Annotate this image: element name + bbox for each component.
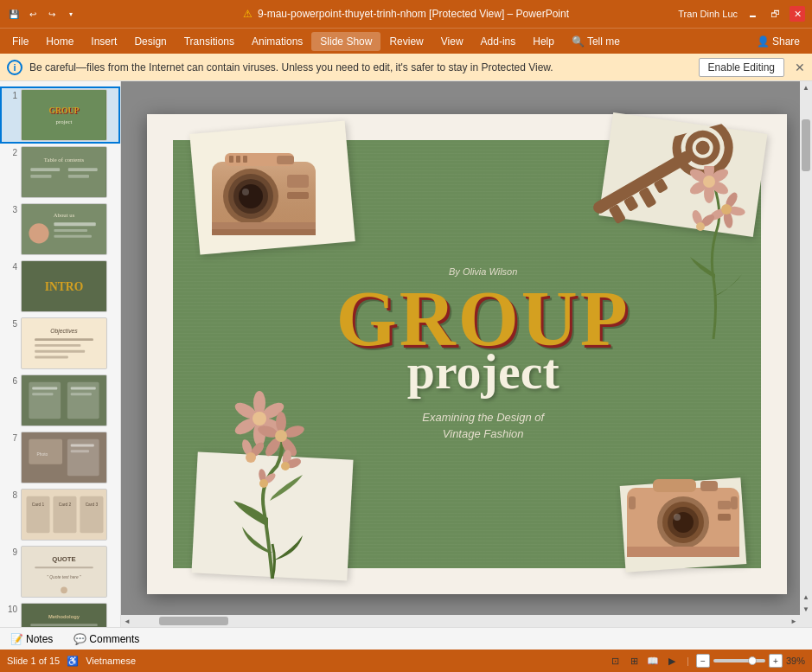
svg-point-107 [703,176,715,188]
slide-thumbnail-9[interactable]: 9 QUOTE " Quote text here " [0,543,120,600]
restore-button[interactable]: 🗗 [767,6,783,22]
slide-thumbnail-10[interactable]: 10 Methodology [0,600,120,627]
slide-thumbnail-3[interactable]: 3 About us [0,201,120,258]
scroll-thumb-v[interactable] [802,119,810,171]
svg-rect-20 [35,344,80,347]
menu-insert[interactable]: Insert [82,32,125,51]
menu-tellme[interactable]: 🔍 Tell me [563,32,629,51]
svg-rect-8 [68,175,89,178]
save-icon[interactable]: 💾 [7,7,21,21]
minimize-button[interactable]: 🗕 [745,6,760,22]
comments-tab[interactable]: 💬 Comments [70,632,143,646]
svg-point-91 [275,430,287,442]
svg-rect-117 [653,479,696,492]
svg-rect-61 [243,156,247,163]
vertical-scrollbar[interactable]: ▲ ▲ ▼ [800,81,812,615]
menu-addins[interactable]: Add-ins [472,32,525,51]
polaroid-camera [208,149,329,255]
scroll-thumb-h[interactable] [159,617,228,625]
scrollbar-corner [800,615,812,627]
comments-icon: 💬 [74,633,86,645]
reading-view-icon[interactable]: 📖 [645,653,661,669]
menu-help[interactable]: Help [524,32,563,51]
status-icon[interactable]: ♿ [67,656,79,667]
svg-rect-13 [54,229,87,232]
language-label[interactable]: Vietnamese [86,656,136,666]
slide-number-10: 10 [5,605,17,614]
slide-panel: 1 GROUP project 2 Table of contents [0,81,121,627]
svg-text:Photo: Photo [37,452,48,457]
customize-icon[interactable]: ▾ [64,7,78,21]
svg-point-65 [239,184,263,208]
svg-rect-59 [229,156,233,163]
scroll-track-h [133,615,788,627]
flowers-right [666,166,761,342]
slide-thumbnail-8[interactable]: 8 Card 1 Card 2 Card 3 [0,486,120,543]
slide-thumb-8: Card 1 Card 2 Card 3 [21,489,107,541]
redo-icon[interactable]: ↪ [45,7,59,21]
svg-point-97 [281,462,290,470]
svg-rect-26 [32,387,57,390]
svg-rect-45 [35,566,93,568]
menu-file[interactable]: File [3,32,37,51]
menu-transitions[interactable]: Transitions [176,32,243,51]
slideshow-view-icon[interactable]: ▶ [664,653,680,669]
slide-thumbnail-1[interactable]: 1 GROUP project [0,86,120,144]
svg-text:Objectives: Objectives [50,328,78,335]
svg-rect-125 [718,514,731,521]
zoom-slider[interactable] [713,659,765,662]
svg-rect-6 [30,175,51,178]
notes-tab[interactable]: 📝 Notes [7,632,56,646]
scroll-down-arrow-1[interactable]: ▲ [800,591,812,603]
slide-number-7: 7 [5,433,17,443]
svg-text:Card 1: Card 1 [32,502,45,507]
svg-point-78 [693,138,712,157]
close-button[interactable]: ✕ [790,6,805,22]
menu-home[interactable]: Home [37,32,82,51]
slide-thumbnail-4[interactable]: 4 INTRO [0,258,120,315]
svg-rect-37 [27,496,50,534]
slide-thumb-3: About us [21,203,107,255]
notes-bar: 📝 Notes 💬 Comments [0,627,812,650]
svg-text:QUOTE: QUOTE [52,555,75,563]
svg-rect-12 [54,222,95,226]
horizontal-scrollbar[interactable]: ◄ ► [121,615,800,627]
slide-sorter-icon[interactable]: ⊞ [626,653,642,669]
svg-text:Card 2: Card 2 [59,502,72,507]
undo-icon[interactable]: ↩ [26,7,40,21]
user-area[interactable]: Tran Dinh Luc [678,9,738,19]
normal-view-icon[interactable]: ⊡ [607,653,623,669]
slide-thumb-10: Methodology [21,603,107,627]
zoom-in-button[interactable]: + [769,654,783,668]
slide-thumb-4: INTRO [21,260,107,312]
scroll-right-arrow[interactable]: ► [788,615,800,627]
slide-thumbnail-2[interactable]: 2 Table of contents [0,144,120,201]
protected-message: Be careful—files from the Internet can c… [29,61,692,74]
svg-rect-22 [35,356,68,359]
svg-rect-50 [30,624,97,626]
slide-thumb-5: Objectives [21,317,107,369]
canvas-area: By Olivia Wilson GROUP project Examining… [121,81,812,627]
menu-view[interactable]: View [432,32,472,51]
share-button[interactable]: 👤 Share [748,32,809,51]
svg-text:INTRO: INTRO [45,280,83,293]
scroll-up-arrow[interactable]: ▲ [800,81,812,93]
main-area: 1 GROUP project 2 Table of contents [0,81,812,627]
slide-thumbnail-5[interactable]: 5 Objectives [0,315,120,372]
menu-animations[interactable]: Animations [243,32,311,51]
enable-editing-button[interactable]: Enable Editing [699,58,784,77]
zoom-out-button[interactable]: − [696,654,710,668]
menu-review[interactable]: Review [380,32,432,51]
scroll-down-arrow-2[interactable]: ▼ [800,603,812,615]
menu-design[interactable]: Design [125,32,175,51]
slide-canvas[interactable]: By Olivia Wilson GROUP project Examining… [147,114,787,594]
slide-number-9: 9 [5,547,17,557]
slide-number-6: 6 [5,376,17,386]
menu-slideshow[interactable]: Slide Show [311,32,380,51]
svg-point-66 [242,189,249,195]
slide-thumb-7: Photo [21,432,107,483]
close-protected-bar[interactable]: ✕ [795,61,805,74]
scroll-left-arrow[interactable]: ◄ [121,615,133,627]
slide-thumbnail-7[interactable]: 7 Photo [0,429,120,486]
slide-thumbnail-6[interactable]: 6 [0,372,120,429]
